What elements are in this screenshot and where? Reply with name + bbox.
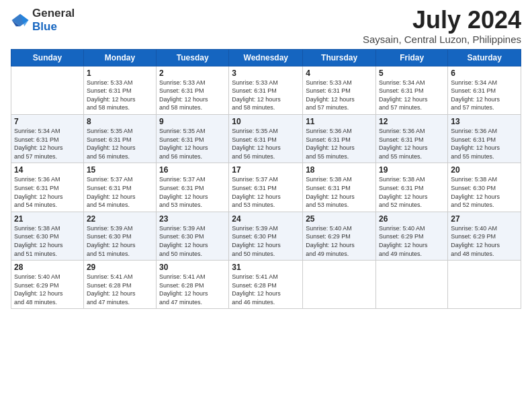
calendar-day-cell: 17Sunrise: 5:37 AMSunset: 6:31 PMDayligh… [229,163,303,212]
calendar-day-cell: 8Sunrise: 5:35 AMSunset: 6:31 PMDaylight… [83,114,156,163]
calendar-day-cell: 25Sunrise: 5:40 AMSunset: 6:29 PMDayligh… [303,212,376,260]
day-number: 23 [159,214,226,224]
day-number: 10 [232,117,300,126]
calendar-day-cell: 22Sunrise: 5:39 AMSunset: 6:30 PMDayligh… [83,212,156,260]
weekday-header: Monday [83,49,156,66]
day-info: Sunrise: 5:35 AMSunset: 6:31 PMDaylight:… [159,127,226,161]
day-number: 16 [159,165,226,175]
calendar-week-row: 28Sunrise: 5:40 AMSunset: 6:29 PMDayligh… [11,261,521,309]
calendar-header-row: SundayMondayTuesdayWednesdayThursdayFrid… [11,49,521,66]
calendar-day-cell: 31Sunrise: 5:41 AMSunset: 6:28 PMDayligh… [229,261,303,309]
day-info: Sunrise: 5:36 AMSunset: 6:31 PMDaylight:… [379,127,445,161]
day-number: 29 [87,263,153,272]
day-info: Sunrise: 5:33 AMSunset: 6:31 PMDaylight:… [87,79,153,112]
calendar-day-cell: 9Sunrise: 5:35 AMSunset: 6:31 PMDaylight… [157,114,229,163]
day-info: Sunrise: 5:40 AMSunset: 6:29 PMDaylight:… [451,224,518,258]
day-number: 21 [14,214,81,224]
day-info: Sunrise: 5:39 AMSunset: 6:30 PMDaylight:… [87,224,153,258]
calendar-day-cell: 27Sunrise: 5:40 AMSunset: 6:29 PMDayligh… [448,212,521,260]
day-number: 18 [306,165,373,175]
calendar-table: SundayMondayTuesdayWednesdayThursdayFrid… [11,49,521,310]
day-info: Sunrise: 5:35 AMSunset: 6:31 PMDaylight:… [87,127,153,161]
logo-general: General [32,7,75,19]
calendar-day-cell: 30Sunrise: 5:41 AMSunset: 6:28 PMDayligh… [157,261,229,309]
day-number: 24 [232,214,300,224]
location: Saysain, Central Luzon, Philippines [363,34,521,45]
day-number: 5 [379,68,445,78]
day-number: 19 [379,165,445,175]
day-number: 1 [87,68,153,78]
day-info: Sunrise: 5:38 AMSunset: 6:30 PMDaylight:… [451,175,518,209]
calendar-day-cell [303,261,376,309]
day-info: Sunrise: 5:39 AMSunset: 6:30 PMDaylight:… [232,224,300,258]
calendar-day-cell: 15Sunrise: 5:37 AMSunset: 6:31 PMDayligh… [83,163,156,212]
calendar-day-cell: 14Sunrise: 5:36 AMSunset: 6:31 PMDayligh… [11,163,84,212]
calendar-day-cell [448,261,521,309]
day-info: Sunrise: 5:40 AMSunset: 6:29 PMDaylight:… [306,224,373,258]
calendar-day-cell: 18Sunrise: 5:38 AMSunset: 6:31 PMDayligh… [303,163,376,212]
day-number: 4 [306,68,373,78]
day-number: 15 [87,165,153,175]
logo-text: General Blue [32,7,75,34]
day-info: Sunrise: 5:37 AMSunset: 6:31 PMDaylight:… [159,175,226,209]
calendar-week-row: 14Sunrise: 5:36 AMSunset: 6:31 PMDayligh… [11,163,521,212]
calendar-day-cell: 12Sunrise: 5:36 AMSunset: 6:31 PMDayligh… [376,114,448,163]
calendar-day-cell: 23Sunrise: 5:39 AMSunset: 6:30 PMDayligh… [157,212,229,260]
day-info: Sunrise: 5:38 AMSunset: 6:31 PMDaylight:… [379,175,445,209]
calendar-day-cell: 21Sunrise: 5:38 AMSunset: 6:30 PMDayligh… [11,212,84,260]
logo-blue: Blue [32,20,57,33]
page-container: General Blue July 2024 Saysain, Central … [0,0,532,316]
calendar-day-cell: 28Sunrise: 5:40 AMSunset: 6:29 PMDayligh… [11,261,84,309]
calendar-day-cell: 24Sunrise: 5:39 AMSunset: 6:30 PMDayligh… [229,212,303,260]
day-info: Sunrise: 5:34 AMSunset: 6:31 PMDaylight:… [14,127,81,161]
day-number: 11 [306,117,373,126]
day-info: Sunrise: 5:39 AMSunset: 6:30 PMDaylight:… [159,224,226,258]
calendar-day-cell [11,66,84,114]
day-number: 12 [379,117,445,126]
day-info: Sunrise: 5:34 AMSunset: 6:31 PMDaylight:… [451,79,518,112]
calendar-day-cell: 29Sunrise: 5:41 AMSunset: 6:28 PMDayligh… [83,261,156,309]
day-number: 31 [232,263,300,272]
day-info: Sunrise: 5:38 AMSunset: 6:31 PMDaylight:… [306,175,373,209]
day-info: Sunrise: 5:41 AMSunset: 6:28 PMDaylight:… [232,273,300,306]
weekday-header: Thursday [303,49,376,66]
day-info: Sunrise: 5:41 AMSunset: 6:28 PMDaylight:… [87,273,153,306]
month-year: July 2024 [363,7,521,34]
logo: General Blue [11,7,75,34]
day-info: Sunrise: 5:36 AMSunset: 6:31 PMDaylight:… [451,127,518,161]
day-info: Sunrise: 5:40 AMSunset: 6:29 PMDaylight:… [14,273,81,306]
calendar-day-cell: 5Sunrise: 5:34 AMSunset: 6:31 PMDaylight… [376,66,448,114]
calendar-week-row: 21Sunrise: 5:38 AMSunset: 6:30 PMDayligh… [11,212,521,260]
calendar-day-cell: 16Sunrise: 5:37 AMSunset: 6:31 PMDayligh… [157,163,229,212]
day-number: 22 [87,214,153,224]
day-info: Sunrise: 5:37 AMSunset: 6:31 PMDaylight:… [87,175,153,209]
day-number: 27 [451,214,518,224]
day-info: Sunrise: 5:34 AMSunset: 6:31 PMDaylight:… [379,79,445,112]
day-number: 6 [451,68,518,78]
title-block: July 2024 Saysain, Central Luzon, Philip… [363,7,521,45]
calendar-day-cell: 6Sunrise: 5:34 AMSunset: 6:31 PMDaylight… [448,66,521,114]
day-info: Sunrise: 5:37 AMSunset: 6:31 PMDaylight:… [232,175,300,209]
day-number: 2 [159,68,226,78]
weekday-header: Wednesday [229,49,303,66]
day-info: Sunrise: 5:35 AMSunset: 6:31 PMDaylight:… [232,127,300,161]
day-number: 30 [159,263,226,272]
calendar-day-cell: 13Sunrise: 5:36 AMSunset: 6:31 PMDayligh… [448,114,521,163]
weekday-header: Saturday [448,49,521,66]
weekday-header: Sunday [11,49,84,66]
day-number: 7 [14,117,81,126]
day-info: Sunrise: 5:36 AMSunset: 6:31 PMDaylight:… [14,175,81,209]
day-number: 9 [159,117,226,126]
header: General Blue July 2024 Saysain, Central … [11,7,521,45]
day-number: 20 [451,165,518,175]
calendar-week-row: 1Sunrise: 5:33 AMSunset: 6:31 PMDaylight… [11,66,521,114]
day-number: 3 [232,68,300,78]
calendar-day-cell: 20Sunrise: 5:38 AMSunset: 6:30 PMDayligh… [448,163,521,212]
calendar-day-cell: 10Sunrise: 5:35 AMSunset: 6:31 PMDayligh… [229,114,303,163]
day-number: 25 [306,214,373,224]
day-info: Sunrise: 5:33 AMSunset: 6:31 PMDaylight:… [306,79,373,112]
day-number: 28 [14,263,81,272]
calendar-day-cell: 3Sunrise: 5:33 AMSunset: 6:31 PMDaylight… [229,66,303,114]
calendar-day-cell: 7Sunrise: 5:34 AMSunset: 6:31 PMDaylight… [11,114,84,163]
day-number: 17 [232,165,300,175]
